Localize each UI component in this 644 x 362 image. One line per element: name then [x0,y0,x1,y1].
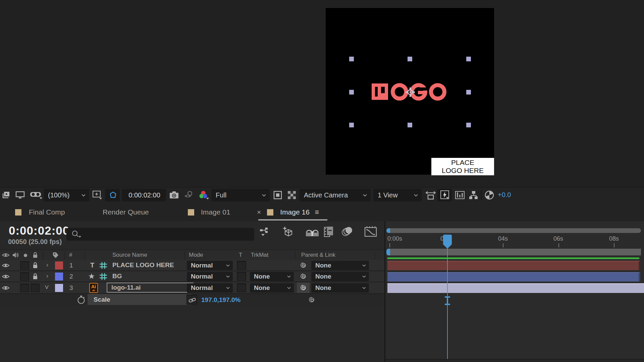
channels-icon[interactable] [197,189,211,201]
lock-switch[interactable] [31,284,40,292]
selection-handle[interactable] [466,123,471,127]
layer-row-1[interactable]: › 1 T PLACE LOGO HERE Normal None [0,260,384,271]
shy-layers-icon[interactable] [305,226,320,239]
pickwhip-icon[interactable] [300,284,307,291]
navigator-start-handle[interactable] [386,228,390,233]
label-color-swatch[interactable] [55,284,63,292]
parent-link-dropdown[interactable]: None [311,283,369,293]
label-column-icon[interactable] [52,251,60,259]
scale-keyframe-ibeam[interactable] [444,296,450,305]
scale-property-cell[interactable]: Scale [88,294,191,305]
layer-row-3[interactable]: ˅ 3 Ai AI logo-11.ai Normal None None [0,282,384,294]
layer-bar-1[interactable] [387,261,640,270]
tab-image-01[interactable]: Image 01 [188,203,230,221]
collapse-transformations-icon[interactable] [99,273,107,280]
exposure-value[interactable]: +0.0 [498,191,511,199]
video-column-icon[interactable] [2,252,9,258]
resolution-dropdown[interactable]: Full [211,189,270,201]
stopwatch-icon[interactable] [76,295,86,304]
always-preview-icon[interactable] [1,189,12,201]
pickwhip-cell[interactable] [297,283,310,293]
close-icon[interactable]: × [257,208,261,216]
parent-link-column-header[interactable]: Parent & Link [301,252,335,258]
anchor-point-icon[interactable] [406,87,415,97]
solo-switch[interactable] [20,284,29,292]
region-of-interest-icon[interactable] [272,189,284,201]
timeline-panel-icon[interactable] [453,189,466,201]
current-timecode[interactable]: 0:00:02:00 [9,224,69,237]
graph-editor-icon[interactable] [363,225,378,238]
collapse-arrow[interactable]: ˅ [45,283,49,292]
parent-link-dropdown[interactable]: None [311,272,369,281]
panel-menu-icon[interactable]: ≡ [315,208,319,216]
expand-arrow[interactable]: › [46,261,48,268]
pixel-aspect-correction-icon[interactable] [424,189,437,201]
selection-handle[interactable] [466,90,471,95]
playhead-grabber[interactable] [443,235,452,245]
layer-bar-3-selected[interactable] [387,283,644,293]
layer-name[interactable]: BG [112,273,122,280]
scale-property-row[interactable]: Scale 197.0,197.0% [0,294,384,306]
selection-handle[interactable] [466,57,471,61]
pickwhip-icon[interactable] [300,261,307,269]
snapshot-camera-icon[interactable] [168,189,180,201]
3d-view-dropdown[interactable]: Active Camera [300,189,371,201]
parent-link-dropdown[interactable]: None [311,261,369,270]
preserve-transparency-switch[interactable] [237,272,246,281]
search-input[interactable] [66,228,254,241]
solo-column-icon[interactable] [23,253,28,257]
expand-arrow[interactable]: › [46,273,48,280]
selection-handle[interactable] [349,57,354,61]
mask-visibility-button[interactable] [105,189,120,201]
label-color-swatch[interactable] [55,261,63,269]
blend-mode-dropdown[interactable]: Normal [187,283,233,293]
blend-mode-dropdown[interactable]: Normal [187,272,233,281]
t-column-header[interactable]: T [239,252,242,258]
view-layout-dropdown[interactable]: 1 View [373,189,422,201]
timeline-track-area[interactable]: 0:00s 02s 04s 06s 08s [384,221,644,362]
work-area-bar[interactable] [387,249,641,255]
tab-render-queue[interactable]: Render Queue [103,203,149,221]
blend-mode-dropdown[interactable]: Normal [187,261,233,270]
layer-bar-2[interactable] [387,272,640,282]
layer-row-2[interactable]: › 2 ★ BG Normal None None [0,271,384,282]
number-column-header[interactable]: # [69,252,72,258]
layer-name-box[interactable]: logo-11.ai [107,283,194,293]
source-name-column-header[interactable]: Source Name [112,252,147,258]
dimension-link-toggle[interactable] [186,295,197,305]
preserve-transparency-switch[interactable] [237,283,246,292]
lock-column-icon[interactable] [32,252,38,258]
magnification-dropdown[interactable]: (100%) [44,189,89,201]
selection-handle[interactable] [349,90,354,95]
eye-icon[interactable] [2,285,9,291]
vr-goggles-icon[interactable] [29,189,44,201]
horizontal-scrollbar[interactable] [387,228,641,233]
work-area-start-handle[interactable] [386,249,390,255]
pickwhip-icon[interactable] [300,273,307,280]
solo-switch[interactable] [20,272,29,281]
tab-final-comp[interactable]: Final Comp [15,203,65,221]
show-snapshot-icon[interactable] [182,189,195,201]
grid-guides-icon[interactable] [91,189,104,201]
exposure-shutter-icon[interactable] [483,189,496,201]
fast-previews-button[interactable] [437,189,452,201]
flowchart-icon[interactable] [467,189,480,201]
draft-3d-icon[interactable] [280,225,295,238]
mode-column-header[interactable]: Mode [189,252,203,258]
toolbar-timecode[interactable]: 0:00:02:00 [122,189,166,201]
motion-blur-icon[interactable] [340,225,355,238]
lock-icon[interactable] [32,262,38,269]
composition-viewport[interactable]: PLACE LOGO HERE [326,8,494,175]
selection-handle[interactable] [408,57,412,61]
monitor-icon[interactable] [14,189,26,201]
preserve-transparency-switch[interactable] [237,261,246,270]
transparency-grid-icon[interactable] [286,189,298,201]
layer-name[interactable]: PLACE LOGO HERE [112,261,174,269]
collapse-transformations-icon[interactable] [99,262,107,269]
eye-icon[interactable] [2,263,9,268]
trkmat-dropdown[interactable]: None [250,272,294,281]
comp-mini-flowchart-icon[interactable] [258,226,273,239]
eye-icon[interactable] [2,274,9,279]
trkmat-dropdown[interactable]: None [250,283,294,293]
selection-handle[interactable] [349,123,354,127]
